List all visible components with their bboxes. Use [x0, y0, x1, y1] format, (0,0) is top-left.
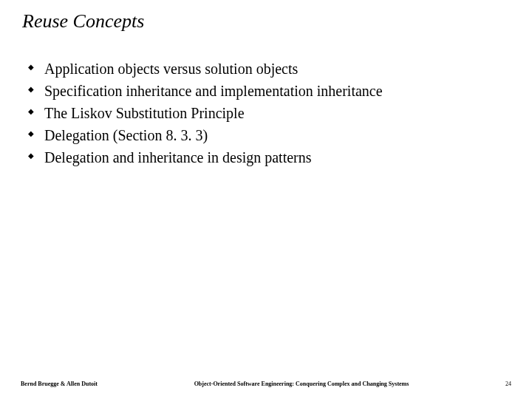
slide-title: Reuse Concepts: [0, 0, 532, 33]
footer-page-number: 24: [505, 381, 511, 387]
list-item: ◆ Delegation (Section 8. 3. 3): [28, 126, 532, 145]
bullet-text: Delegation (Section 8. 3. 3): [44, 126, 208, 145]
list-item: ◆ The Liskov Substitution Principle: [28, 103, 532, 123]
footer-book-title: Object-Oriented Software Engineering: Co…: [98, 381, 505, 387]
bullet-icon: ◆: [28, 59, 44, 75]
bullet-icon: ◆: [28, 126, 44, 142]
list-item: ◆ Specification inheritance and implemen…: [28, 81, 532, 100]
list-item: ◆ Application objects versus solution ob…: [28, 59, 532, 78]
bullet-text: Specification inheritance and implementa…: [44, 81, 383, 100]
bullet-text: The Liskov Substitution Principle: [44, 103, 245, 123]
list-item: ◆ Delegation and inheritance in design p…: [28, 148, 532, 167]
slide-footer: Bernd Bruegge & Allen Dutoit Object-Orie…: [0, 381, 532, 387]
bullet-text: Delegation and inheritance in design pat…: [44, 148, 312, 167]
footer-author: Bernd Bruegge & Allen Dutoit: [21, 381, 98, 387]
bullet-text: Application objects versus solution obje…: [44, 59, 298, 78]
bullet-list: ◆ Application objects versus solution ob…: [0, 33, 532, 167]
bullet-icon: ◆: [28, 81, 44, 98]
bullet-icon: ◆: [28, 103, 44, 120]
bullet-icon: ◆: [28, 148, 44, 164]
